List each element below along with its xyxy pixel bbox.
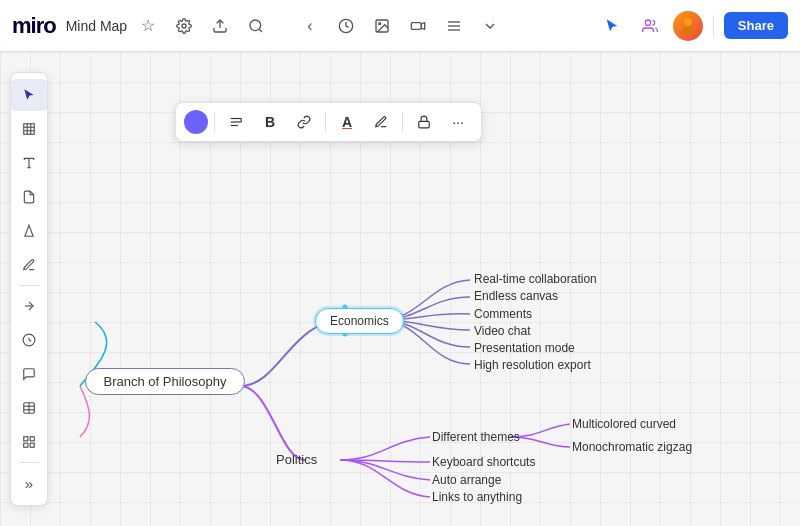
svg-marker-7	[421, 22, 424, 29]
svg-point-11	[645, 20, 650, 25]
left-toolbar: »	[10, 72, 48, 506]
tool-divider	[19, 285, 39, 286]
text-align-button[interactable]	[221, 108, 251, 136]
svg-rect-6	[411, 22, 421, 29]
svg-line-24	[29, 340, 31, 341]
svg-rect-13	[24, 124, 35, 135]
svg-point-5	[379, 22, 381, 24]
shape-tool[interactable]	[11, 215, 47, 247]
comment-tool[interactable]	[11, 358, 47, 390]
sticky-tool[interactable]	[11, 181, 47, 213]
table-tool[interactable]	[11, 392, 47, 424]
topbar-separator	[713, 15, 714, 37]
fmt-sep-3	[402, 112, 403, 132]
svg-point-12	[684, 18, 692, 26]
svg-rect-30	[30, 437, 34, 441]
collaborate-button[interactable]	[635, 11, 665, 41]
board-title: Mind Map	[66, 18, 127, 34]
apps-tool[interactable]	[11, 426, 47, 458]
color-circle[interactable]	[184, 110, 208, 134]
share-button[interactable]: Share	[724, 12, 788, 39]
more-tools-button[interactable]: »	[11, 467, 47, 499]
search-button[interactable]	[241, 11, 271, 41]
highlight-button[interactable]	[366, 108, 396, 136]
star-button[interactable]: ☆	[133, 11, 163, 41]
fmt-sep-1	[214, 112, 215, 132]
arrow-tool[interactable]	[11, 290, 47, 322]
image-button[interactable]	[367, 11, 397, 41]
node-real-time[interactable]: Real-time collaboration	[474, 272, 597, 286]
canvas-area: » B A ···	[0, 52, 800, 526]
text-color-button[interactable]: A	[332, 108, 362, 136]
logo: miro	[12, 13, 56, 39]
node-endless[interactable]: Endless canvas	[474, 289, 558, 303]
node-high-res[interactable]: High resolution export	[474, 358, 591, 372]
svg-point-0	[182, 24, 186, 28]
node-video-chat[interactable]: Video chat	[474, 324, 531, 338]
node-different-themes[interactable]: Different themes	[432, 430, 520, 444]
node-links[interactable]: Links to anything	[432, 490, 522, 504]
root-node[interactable]: Branch of Philosophy	[85, 368, 245, 395]
format-toolbar: B A ···	[175, 102, 482, 142]
node-auto-arrange[interactable]: Auto arrange	[432, 473, 501, 487]
video-button[interactable]	[403, 11, 433, 41]
svg-rect-31	[30, 443, 34, 447]
settings-button[interactable]	[169, 11, 199, 41]
lock-button[interactable]	[409, 108, 439, 136]
economics-node[interactable]: Economics	[315, 308, 404, 334]
bold-button[interactable]: B	[255, 108, 285, 136]
topbar-center: ‹	[295, 11, 505, 41]
link-button[interactable]	[289, 108, 319, 136]
cursor-tool[interactable]	[11, 79, 47, 111]
frame-tool[interactable]	[11, 113, 47, 145]
more-format-button[interactable]: ···	[443, 108, 473, 136]
politics-node[interactable]: Politics	[276, 452, 317, 467]
back-button[interactable]: ‹	[295, 11, 325, 41]
compass-tool[interactable]	[11, 324, 47, 356]
node-multicolored[interactable]: Multicolored curved	[572, 417, 676, 431]
pen-tool[interactable]	[11, 249, 47, 281]
text-tool[interactable]	[11, 147, 47, 179]
node-presentation[interactable]: Presentation mode	[474, 341, 575, 355]
avatar[interactable]	[673, 11, 703, 41]
svg-marker-20	[25, 225, 33, 236]
svg-rect-37	[419, 121, 430, 127]
topbar-right: Share	[597, 11, 788, 41]
node-comments[interactable]: Comments	[474, 307, 532, 321]
svg-rect-32	[24, 443, 28, 447]
svg-point-2	[250, 20, 261, 31]
upload-button[interactable]	[205, 11, 235, 41]
topbar: miro Mind Map ☆ ‹	[0, 0, 800, 52]
node-keyboard[interactable]: Keyboard shortcuts	[432, 455, 535, 469]
timer-button[interactable]	[331, 11, 361, 41]
cursor-mode-button[interactable]	[597, 11, 627, 41]
node-monochromatic[interactable]: Monochromatic zigzag	[572, 440, 692, 454]
svg-rect-29	[24, 437, 28, 441]
menu-button[interactable]	[439, 11, 469, 41]
more-center-button[interactable]	[475, 11, 505, 41]
tool-divider-2	[19, 462, 39, 463]
fmt-sep-2	[325, 112, 326, 132]
